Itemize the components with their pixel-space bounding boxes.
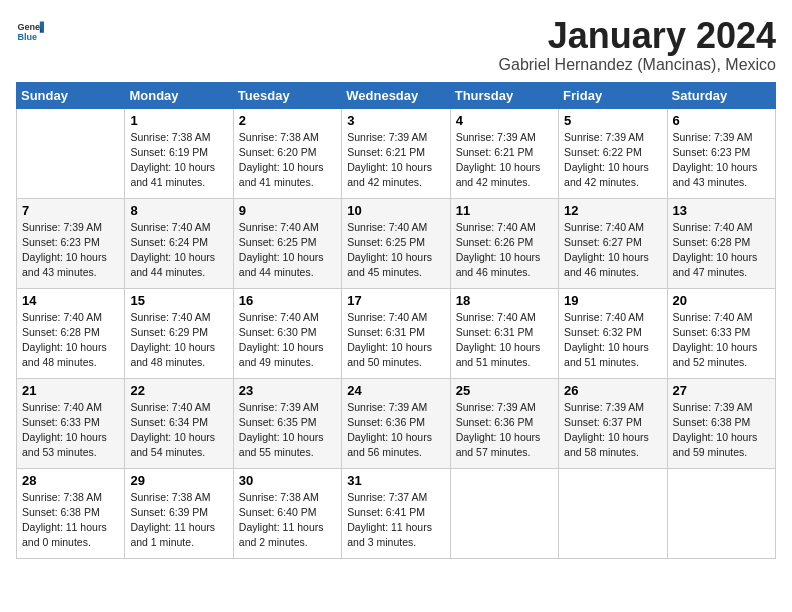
logo-icon: General Blue [16,16,44,44]
day-info: Sunrise: 7:40 AMSunset: 6:34 PMDaylight:… [130,400,227,461]
day-info: Sunrise: 7:39 AMSunset: 6:36 PMDaylight:… [347,400,444,461]
day-cell: 20Sunrise: 7:40 AMSunset: 6:33 PMDayligh… [667,288,775,378]
day-number: 5 [564,113,661,128]
day-info: Sunrise: 7:39 AMSunset: 6:37 PMDaylight:… [564,400,661,461]
day-cell: 3Sunrise: 7:39 AMSunset: 6:21 PMDaylight… [342,108,450,198]
day-number: 15 [130,293,227,308]
weekday-header-tuesday: Tuesday [233,82,341,108]
day-info: Sunrise: 7:40 AMSunset: 6:28 PMDaylight:… [22,310,119,371]
day-info: Sunrise: 7:40 AMSunset: 6:26 PMDaylight:… [456,220,553,281]
weekday-header-friday: Friday [559,82,667,108]
day-info: Sunrise: 7:39 AMSunset: 6:22 PMDaylight:… [564,130,661,191]
weekday-header-sunday: Sunday [17,82,125,108]
day-info: Sunrise: 7:38 AMSunset: 6:39 PMDaylight:… [130,490,227,551]
day-number: 6 [673,113,770,128]
day-number: 21 [22,383,119,398]
day-info: Sunrise: 7:39 AMSunset: 6:36 PMDaylight:… [456,400,553,461]
day-cell: 7Sunrise: 7:39 AMSunset: 6:23 PMDaylight… [17,198,125,288]
day-info: Sunrise: 7:39 AMSunset: 6:21 PMDaylight:… [347,130,444,191]
day-info: Sunrise: 7:40 AMSunset: 6:31 PMDaylight:… [347,310,444,371]
day-number: 8 [130,203,227,218]
svg-text:Blue: Blue [17,32,37,42]
day-number: 28 [22,473,119,488]
day-number: 7 [22,203,119,218]
calendar-title: January 2024 [499,16,776,56]
day-number: 19 [564,293,661,308]
calendar-table: SundayMondayTuesdayWednesdayThursdayFrid… [16,82,776,559]
day-cell: 17Sunrise: 7:40 AMSunset: 6:31 PMDayligh… [342,288,450,378]
day-cell: 26Sunrise: 7:39 AMSunset: 6:37 PMDayligh… [559,378,667,468]
day-cell: 28Sunrise: 7:38 AMSunset: 6:38 PMDayligh… [17,468,125,558]
day-cell [667,468,775,558]
logo: General Blue [16,16,44,44]
day-info: Sunrise: 7:39 AMSunset: 6:21 PMDaylight:… [456,130,553,191]
day-cell: 24Sunrise: 7:39 AMSunset: 6:36 PMDayligh… [342,378,450,468]
day-number: 22 [130,383,227,398]
calendar-subtitle: Gabriel Hernandez (Mancinas), Mexico [499,56,776,74]
day-cell: 15Sunrise: 7:40 AMSunset: 6:29 PMDayligh… [125,288,233,378]
day-info: Sunrise: 7:37 AMSunset: 6:41 PMDaylight:… [347,490,444,551]
day-info: Sunrise: 7:40 AMSunset: 6:33 PMDaylight:… [673,310,770,371]
day-number: 1 [130,113,227,128]
day-cell: 13Sunrise: 7:40 AMSunset: 6:28 PMDayligh… [667,198,775,288]
day-cell [17,108,125,198]
day-number: 10 [347,203,444,218]
day-info: Sunrise: 7:40 AMSunset: 6:27 PMDaylight:… [564,220,661,281]
day-cell: 6Sunrise: 7:39 AMSunset: 6:23 PMDaylight… [667,108,775,198]
day-cell: 12Sunrise: 7:40 AMSunset: 6:27 PMDayligh… [559,198,667,288]
day-info: Sunrise: 7:39 AMSunset: 6:35 PMDaylight:… [239,400,336,461]
day-info: Sunrise: 7:40 AMSunset: 6:32 PMDaylight:… [564,310,661,371]
day-info: Sunrise: 7:40 AMSunset: 6:25 PMDaylight:… [347,220,444,281]
day-number: 31 [347,473,444,488]
day-number: 25 [456,383,553,398]
day-info: Sunrise: 7:38 AMSunset: 6:40 PMDaylight:… [239,490,336,551]
week-row-1: 1Sunrise: 7:38 AMSunset: 6:19 PMDaylight… [17,108,776,198]
day-cell: 11Sunrise: 7:40 AMSunset: 6:26 PMDayligh… [450,198,558,288]
day-number: 14 [22,293,119,308]
week-row-3: 14Sunrise: 7:40 AMSunset: 6:28 PMDayligh… [17,288,776,378]
day-cell: 14Sunrise: 7:40 AMSunset: 6:28 PMDayligh… [17,288,125,378]
day-info: Sunrise: 7:40 AMSunset: 6:25 PMDaylight:… [239,220,336,281]
day-number: 4 [456,113,553,128]
day-cell: 1Sunrise: 7:38 AMSunset: 6:19 PMDaylight… [125,108,233,198]
page-header: General Blue January 2024 Gabriel Hernan… [16,16,776,74]
day-number: 9 [239,203,336,218]
weekday-header-monday: Monday [125,82,233,108]
day-cell: 19Sunrise: 7:40 AMSunset: 6:32 PMDayligh… [559,288,667,378]
day-info: Sunrise: 7:40 AMSunset: 6:30 PMDaylight:… [239,310,336,371]
day-info: Sunrise: 7:38 AMSunset: 6:38 PMDaylight:… [22,490,119,551]
day-info: Sunrise: 7:38 AMSunset: 6:20 PMDaylight:… [239,130,336,191]
day-cell: 5Sunrise: 7:39 AMSunset: 6:22 PMDaylight… [559,108,667,198]
day-cell: 2Sunrise: 7:38 AMSunset: 6:20 PMDaylight… [233,108,341,198]
day-cell: 9Sunrise: 7:40 AMSunset: 6:25 PMDaylight… [233,198,341,288]
day-cell [559,468,667,558]
day-number: 16 [239,293,336,308]
day-number: 3 [347,113,444,128]
week-row-2: 7Sunrise: 7:39 AMSunset: 6:23 PMDaylight… [17,198,776,288]
week-row-4: 21Sunrise: 7:40 AMSunset: 6:33 PMDayligh… [17,378,776,468]
day-cell: 29Sunrise: 7:38 AMSunset: 6:39 PMDayligh… [125,468,233,558]
day-cell: 31Sunrise: 7:37 AMSunset: 6:41 PMDayligh… [342,468,450,558]
weekday-header-thursday: Thursday [450,82,558,108]
day-info: Sunrise: 7:40 AMSunset: 6:33 PMDaylight:… [22,400,119,461]
day-cell: 30Sunrise: 7:38 AMSunset: 6:40 PMDayligh… [233,468,341,558]
day-cell: 8Sunrise: 7:40 AMSunset: 6:24 PMDaylight… [125,198,233,288]
day-info: Sunrise: 7:40 AMSunset: 6:29 PMDaylight:… [130,310,227,371]
day-info: Sunrise: 7:38 AMSunset: 6:19 PMDaylight:… [130,130,227,191]
day-cell: 10Sunrise: 7:40 AMSunset: 6:25 PMDayligh… [342,198,450,288]
day-number: 18 [456,293,553,308]
day-number: 29 [130,473,227,488]
day-cell: 25Sunrise: 7:39 AMSunset: 6:36 PMDayligh… [450,378,558,468]
day-info: Sunrise: 7:40 AMSunset: 6:28 PMDaylight:… [673,220,770,281]
day-number: 12 [564,203,661,218]
day-cell: 27Sunrise: 7:39 AMSunset: 6:38 PMDayligh… [667,378,775,468]
day-cell: 23Sunrise: 7:39 AMSunset: 6:35 PMDayligh… [233,378,341,468]
day-number: 27 [673,383,770,398]
day-number: 23 [239,383,336,398]
day-info: Sunrise: 7:39 AMSunset: 6:23 PMDaylight:… [673,130,770,191]
day-number: 20 [673,293,770,308]
day-cell: 16Sunrise: 7:40 AMSunset: 6:30 PMDayligh… [233,288,341,378]
day-cell: 22Sunrise: 7:40 AMSunset: 6:34 PMDayligh… [125,378,233,468]
day-cell: 4Sunrise: 7:39 AMSunset: 6:21 PMDaylight… [450,108,558,198]
week-row-5: 28Sunrise: 7:38 AMSunset: 6:38 PMDayligh… [17,468,776,558]
